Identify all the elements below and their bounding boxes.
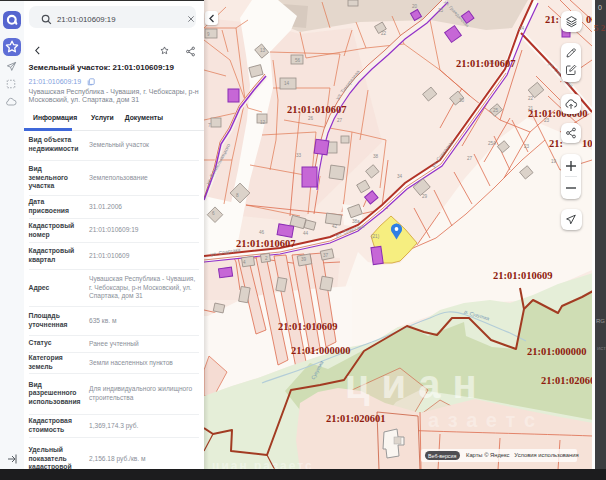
svg-text:8: 8 bbox=[236, 193, 239, 198]
svg-text:13: 13 bbox=[260, 48, 266, 53]
svg-text:56: 56 bbox=[295, 58, 301, 63]
svg-text:27: 27 bbox=[467, 156, 473, 161]
svg-text:22: 22 bbox=[381, 31, 387, 36]
svg-text:21:01:010607: 21:01:010607 bbox=[287, 104, 347, 115]
svg-text:2: 2 bbox=[265, 256, 268, 261]
svg-text:4: 4 bbox=[243, 260, 246, 265]
svg-text:23: 23 bbox=[524, 144, 530, 149]
svg-text:39: 39 bbox=[301, 257, 307, 262]
svg-text:34: 34 bbox=[397, 174, 403, 179]
svg-text:33: 33 bbox=[296, 153, 302, 158]
svg-text:21:01:02060: 21:01:02060 bbox=[541, 375, 593, 386]
svg-text:14: 14 bbox=[284, 81, 290, 86]
svg-text:а з а е т с: а з а е т с bbox=[428, 409, 537, 431]
svg-text:26: 26 bbox=[308, 116, 314, 121]
svg-text:21:01:010609: 21:01:010609 bbox=[278, 321, 338, 332]
svg-text:46: 46 bbox=[259, 230, 265, 235]
svg-text:21:01:000000: 21:01:000000 bbox=[291, 345, 351, 356]
svg-text:21:01:010607: 21:01:010607 bbox=[236, 238, 296, 249]
svg-text:21:01:000000: 21:01:000000 bbox=[527, 346, 587, 357]
svg-text:15: 15 bbox=[438, 8, 444, 13]
svg-text:27: 27 bbox=[337, 118, 343, 123]
svg-text:12: 12 bbox=[260, 120, 266, 125]
svg-text:25А: 25А bbox=[488, 141, 497, 146]
svg-text:циан: циан bbox=[345, 362, 489, 406]
svg-text:21:01:010609: 21:01:010609 bbox=[493, 270, 553, 281]
svg-text:19: 19 bbox=[551, 159, 557, 164]
svg-text:24: 24 bbox=[519, 26, 525, 31]
svg-text:37: 37 bbox=[323, 253, 329, 258]
svg-text:38: 38 bbox=[373, 154, 379, 159]
svg-text:21:01:010607: 21:01:010607 bbox=[456, 58, 516, 69]
svg-text:6: 6 bbox=[212, 211, 215, 216]
svg-text:(21): (21) bbox=[371, 234, 380, 239]
svg-text:25: 25 bbox=[493, 108, 499, 113]
svg-text:29: 29 bbox=[422, 194, 428, 199]
svg-text:21:: 21: bbox=[545, 14, 559, 25]
svg-text:44: 44 bbox=[303, 231, 309, 236]
svg-text:30: 30 bbox=[459, 98, 465, 103]
svg-text:22: 22 bbox=[528, 96, 534, 101]
svg-text:20: 20 bbox=[412, 4, 418, 9]
svg-text:21:01:020601: 21:01:020601 bbox=[326, 413, 386, 424]
svg-text:42: 42 bbox=[332, 224, 338, 229]
